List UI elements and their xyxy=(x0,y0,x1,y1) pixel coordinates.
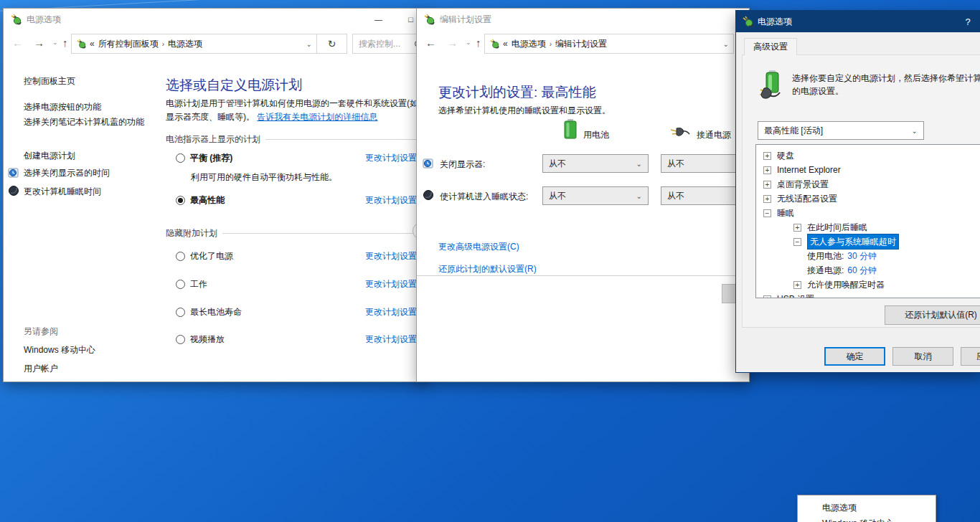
power-options-app-icon xyxy=(742,16,753,27)
recent-pages-chevron-icon[interactable]: ⌄ xyxy=(52,39,58,46)
tree-item-sleep-after[interactable]: + 在此时间后睡眠 xyxy=(756,220,980,234)
column-header-on-battery: 用电池 xyxy=(583,129,609,141)
breadcrumb-all-control-panel-items[interactable]: 所有控制面板项 xyxy=(98,38,159,50)
help-button[interactable]: ? xyxy=(958,11,978,32)
collapse-icon[interactable]: − xyxy=(763,209,771,217)
refresh-button[interactable]: ↻ xyxy=(317,34,347,54)
expand-icon[interactable]: + xyxy=(763,181,771,189)
tree-item-internet-explorer[interactable]: + Internet Explorer xyxy=(756,163,980,177)
back-button[interactable]: ← xyxy=(12,37,23,49)
sidebar-item-display-off-time[interactable]: 选择关闭显示器的时间 xyxy=(24,166,110,179)
sidebar-item-user-accounts[interactable]: 用户帐户 xyxy=(24,362,58,375)
plan-selector-dropdown[interactable]: 最高性能 [活动] ⌄ xyxy=(758,121,924,140)
change-plan-settings-link[interactable]: 更改计划设置 xyxy=(365,333,417,346)
breadcrumb-power-options[interactable]: 电源选项 xyxy=(168,38,202,50)
sidebar-item-sleep-time[interactable]: 更改计算机睡眠时间 xyxy=(24,185,101,198)
change-plan-settings-link[interactable]: 更改计划设置 xyxy=(365,152,417,164)
radio-video-playback[interactable] xyxy=(176,335,185,344)
back-button[interactable]: ← xyxy=(425,37,436,49)
forward-button[interactable]: → xyxy=(447,37,458,49)
display-off-battery-dropdown[interactable]: 从不 ⌄ xyxy=(542,154,649,173)
plan-label: 最长电池寿命 xyxy=(190,306,242,318)
tree-item-label: 无线适配器设置 xyxy=(777,191,837,206)
restore-plan-defaults-link[interactable]: 还原此计划的默认设置(R) xyxy=(438,263,537,275)
plan-info-link[interactable]: 告诉我有关电源计划的详细信息 xyxy=(257,112,377,122)
menu-item-power-options[interactable]: 电源选项 xyxy=(798,500,936,516)
radio-power-optimized[interactable] xyxy=(176,252,185,261)
sidebar-item-mobility-center[interactable]: Windows 移动中心 xyxy=(24,343,95,356)
setting-value[interactable]: 30 分钟 xyxy=(847,249,877,263)
apply-button[interactable]: 应用(A) xyxy=(961,347,980,366)
plan-label: 优化了电源 xyxy=(190,250,233,262)
change-plan-settings-link[interactable]: 更改计划设置 xyxy=(365,194,417,207)
change-plan-settings-link[interactable]: 更改计划设置 xyxy=(365,250,417,262)
tree-setting-plugged-in[interactable]: 接通电源: 60 分钟 xyxy=(756,263,980,277)
forward-button[interactable]: → xyxy=(34,37,44,49)
sidebar-item-create-plan[interactable]: 创建电源计划 xyxy=(24,149,75,162)
address-dropdown-chevron-icon[interactable]: ⌄ xyxy=(306,40,312,48)
tab-label: 高级设置 xyxy=(753,41,788,53)
button-label: 取消 xyxy=(915,351,932,363)
row-label-turn-off-display: 关闭显示器: xyxy=(440,158,485,171)
change-plan-settings-link[interactable]: 更改计划设置 xyxy=(365,306,417,318)
expand-icon[interactable]: + xyxy=(793,281,801,289)
breadcrumb-edit-plan-settings[interactable]: 编辑计划设置 xyxy=(555,38,607,50)
breadcrumb-root-icon[interactable]: « xyxy=(503,39,508,49)
tree-setting-on-battery[interactable]: 使用电池: 30 分钟 xyxy=(756,249,980,263)
ac-plug-icon xyxy=(669,125,691,138)
radio-high-performance[interactable] xyxy=(176,196,185,205)
setting-label: 使用电池: xyxy=(807,249,844,263)
up-button[interactable]: ↑ xyxy=(476,37,481,49)
tree-item-hard-disk[interactable]: + 硬盘 xyxy=(756,148,980,163)
breadcrumb-root-icon[interactable]: « xyxy=(90,39,95,49)
titlebar[interactable]: 电源选项 — □ xyxy=(4,9,427,30)
sleep-icon xyxy=(423,189,434,201)
setting-value[interactable]: 60 分钟 xyxy=(847,263,877,277)
chevron-down-icon: ⌄ xyxy=(636,192,642,200)
tab-advanced-settings[interactable]: 高级设置 xyxy=(744,38,797,55)
dialog-titlebar[interactable]: 电源选项 ? xyxy=(736,11,980,32)
minimize-button[interactable]: — xyxy=(362,9,395,30)
expand-icon[interactable]: + xyxy=(763,195,771,203)
battery-plug-icon xyxy=(758,70,786,103)
radio-work[interactable] xyxy=(176,280,185,289)
collapse-icon[interactable]: − xyxy=(793,238,801,246)
sidebar-item-label: 选择关闭显示器的时间 xyxy=(24,168,110,178)
menu-item-mobility-center[interactable]: Windows 移动中心 xyxy=(798,516,936,522)
sidebar-item-lid-close[interactable]: 选择关闭笔记本计算机盖的功能 xyxy=(24,115,161,128)
address-bar[interactable]: « 电源选项 › 编辑计划设置 ⌄ xyxy=(484,34,734,54)
ok-button[interactable]: 确定 xyxy=(824,347,885,366)
radio-balanced[interactable] xyxy=(176,153,185,163)
tree-item-label: 在此时间后睡眠 xyxy=(807,220,867,234)
up-button[interactable]: ↑ xyxy=(62,37,68,49)
plan-label: 视频播放 xyxy=(190,333,225,346)
change-plan-settings-link[interactable]: 更改计划设置 xyxy=(365,278,417,290)
page-title: 选择或自定义电源计划 xyxy=(166,76,302,95)
sleep-battery-dropdown[interactable]: 从不 ⌄ xyxy=(542,186,649,205)
expand-icon[interactable]: + xyxy=(763,152,771,160)
address-bar[interactable]: « 所有控制面板项 › 电源选项 ⌄ xyxy=(71,34,317,54)
expand-icon[interactable]: + xyxy=(793,224,801,232)
tree-item-unattended-sleep-timeout[interactable]: − 无人参与系统睡眠超时 xyxy=(756,234,980,249)
advanced-power-settings-link[interactable]: 更改高级电源设置(C) xyxy=(438,241,519,253)
tree-item-sleep[interactable]: − 睡眠 xyxy=(756,206,980,220)
tree-item-desktop-background[interactable]: + 桌面背景设置 xyxy=(756,177,980,191)
sidebar-item-control-panel-home[interactable]: 控制面板主页 xyxy=(24,75,75,87)
tree-item-wake-timers[interactable]: + 允许使用唤醒定时器 xyxy=(756,277,980,292)
expand-icon[interactable]: + xyxy=(763,166,771,174)
dropdown-value: 从不 xyxy=(667,190,684,202)
cancel-button[interactable]: 取消 xyxy=(892,347,953,366)
restore-plan-defaults-button[interactable]: 还原计划默认值(R) xyxy=(885,305,980,325)
tree-item-label: 桌面背景设置 xyxy=(777,177,829,191)
sidebar-item-power-buttons[interactable]: 选择电源按钮的功能 xyxy=(24,100,101,113)
clock-icon xyxy=(423,157,434,169)
tree-item-wireless-adapter[interactable]: + 无线适配器设置 xyxy=(756,191,980,206)
tree-item-usb-settings[interactable]: + USB 设置 xyxy=(756,292,980,298)
breadcrumb-power-options[interactable]: 电源选项 xyxy=(512,38,546,50)
radio-max-battery[interactable] xyxy=(176,308,185,317)
expand-icon[interactable]: + xyxy=(763,295,771,299)
address-dropdown-chevron-icon[interactable]: ⌄ xyxy=(723,40,729,48)
titlebar[interactable]: 编辑计划设置 xyxy=(417,9,749,30)
recent-pages-chevron-icon[interactable]: ⌄ xyxy=(466,39,471,46)
dialog-power-options-advanced: 电源选项 ? 高级设置 选择你要自定义的电源计划，然后选择你希望计算机 的电源设… xyxy=(735,10,980,373)
